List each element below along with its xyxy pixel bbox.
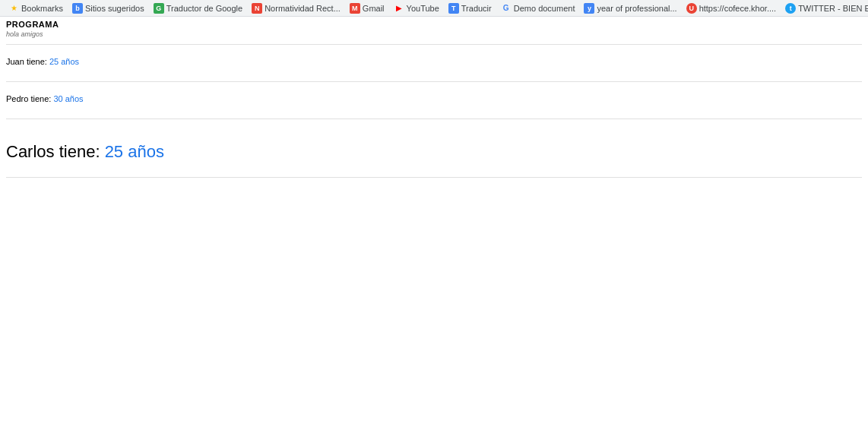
star-icon: ★ bbox=[8, 3, 19, 14]
bookmark-demo[interactable]: G Demo document bbox=[497, 2, 579, 15]
divider-4 bbox=[6, 177, 862, 178]
bookmark-label: Demo document bbox=[514, 4, 575, 13]
pedro-output: Pedro tiene: 30 años bbox=[6, 94, 862, 103]
bookmark-traductor[interactable]: G Traductor de Google bbox=[150, 2, 246, 15]
bookmark-bookmarks[interactable]: ★ Bookmarks bbox=[5, 2, 67, 15]
bookmark-label: Normatividad Rect... bbox=[265, 4, 341, 13]
divider-3 bbox=[6, 119, 862, 119]
bookmark-label: TWITTER - BIEN EX... bbox=[798, 4, 868, 13]
carlos-value: 25 años bbox=[105, 142, 164, 161]
juan-section: Juan tiene: 25 años bbox=[6, 51, 862, 75]
bookmarks-bar: ★ Bookmarks b Sitios sugeridos G Traduct… bbox=[0, 0, 868, 17]
year-icon: y bbox=[584, 3, 594, 14]
bookmark-youtube[interactable]: ▶ YouTube bbox=[390, 2, 443, 15]
juan-prefix: Juan tiene: bbox=[6, 57, 49, 66]
pedro-value: 30 años bbox=[53, 94, 83, 103]
traductor-icon: G bbox=[154, 3, 164, 14]
bookmark-label: YouTube bbox=[407, 4, 439, 13]
pedro-section: Pedro tiene: 30 años bbox=[6, 88, 862, 112]
program-title: PROGRAMA bbox=[6, 20, 862, 29]
bookmark-cofece[interactable]: U https://cofece.khor.... bbox=[683, 2, 781, 15]
twitter-icon: t bbox=[785, 3, 796, 14]
bookmark-normatividad[interactable]: N Normatividad Rect... bbox=[248, 2, 344, 15]
carlos-prefix: Carlos tiene: bbox=[6, 142, 105, 161]
normatividad-icon: N bbox=[252, 3, 262, 14]
juan-value: 25 años bbox=[49, 57, 79, 66]
bookmark-twitter[interactable]: t TWITTER - BIEN EX... bbox=[781, 2, 868, 15]
juan-output: Juan tiene: 25 años bbox=[6, 57, 862, 66]
sitios-icon: b bbox=[72, 3, 83, 14]
demo-icon: G bbox=[501, 3, 512, 14]
page-subtitle: hola amigos bbox=[6, 30, 862, 38]
carlos-section: Carlos tiene: 25 años bbox=[6, 136, 862, 171]
bookmark-gmail[interactable]: M Gmail bbox=[346, 2, 388, 15]
bookmark-sitios[interactable]: b Sitios sugeridos bbox=[68, 2, 148, 15]
bookmark-traducir[interactable]: T Traducir bbox=[445, 2, 496, 15]
youtube-icon: ▶ bbox=[394, 3, 404, 14]
carlos-output: Carlos tiene: 25 años bbox=[6, 142, 862, 162]
divider-2 bbox=[6, 81, 862, 82]
cofece-icon: U bbox=[686, 3, 697, 14]
bookmark-label: year of professional... bbox=[597, 4, 676, 13]
bookmark-label: Sitios sugeridos bbox=[85, 4, 144, 13]
bookmark-label: Bookmarks bbox=[21, 4, 63, 13]
bookmark-label: https://cofece.khor.... bbox=[699, 4, 777, 13]
bookmark-year[interactable]: y year of professional... bbox=[580, 2, 680, 15]
page-content: PROGRAMA hola amigos Juan tiene: 25 años… bbox=[0, 17, 868, 187]
traducir-icon: T bbox=[448, 3, 459, 14]
bookmark-label: Traducir bbox=[461, 4, 492, 13]
gmail-icon: M bbox=[350, 3, 360, 14]
pedro-prefix: Pedro tiene: bbox=[6, 94, 53, 103]
bookmark-label: Gmail bbox=[363, 4, 385, 13]
divider-1 bbox=[6, 44, 862, 45]
bookmark-label: Traductor de Google bbox=[166, 4, 242, 13]
